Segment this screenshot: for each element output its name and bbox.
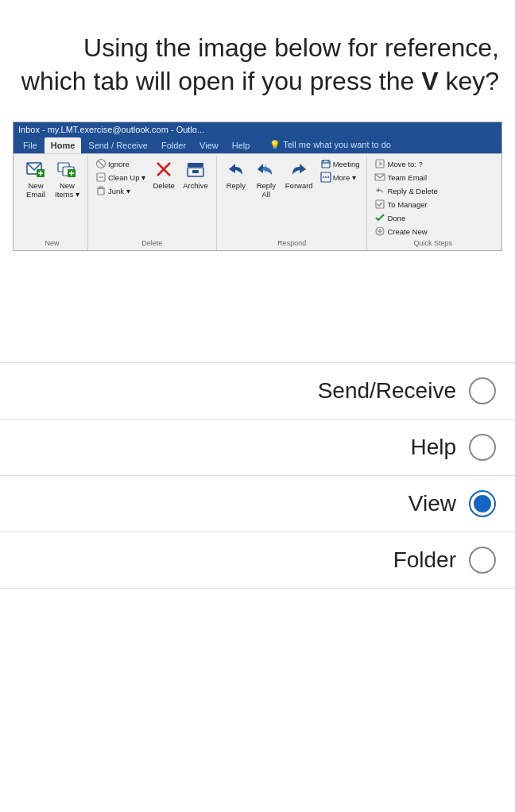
spacer (0, 267, 515, 362)
radio-view[interactable] (469, 490, 496, 517)
svg-rect-13 (98, 188, 104, 195)
quick-steps-left: Move to: ? Team Email Reply & Delete (372, 157, 439, 197)
forward-icon (288, 159, 309, 180)
new-email-label: NewEmail (26, 181, 45, 199)
meeting-button[interactable]: Meeting (318, 157, 362, 170)
quick-steps-buttons-row: Move to: ? Team Email Reply & Delete To … (372, 157, 494, 238)
delete-button[interactable]: Delete (149, 157, 178, 191)
junk-label: Junk ▾ (108, 187, 130, 195)
option-row-help[interactable]: Help (0, 420, 515, 475)
reply-all-button[interactable]: ReplyAll (252, 157, 281, 200)
tab-folder: Folder (155, 137, 192, 153)
to-manager-label: To Manager (387, 200, 427, 209)
ignore-label: Ignore (108, 160, 130, 168)
archive-button[interactable]: Archive (180, 157, 211, 191)
delete-label: Delete (153, 181, 174, 190)
svg-point-29 (325, 176, 327, 178)
delete-group-label: Delete (141, 238, 162, 249)
quick-steps-group-label: Quick Steps (413, 238, 452, 249)
new-buttons-row: NewEmail NewItems ▾ (21, 157, 83, 238)
tell-me: 💡 Tell me what you want to do (263, 137, 397, 153)
tab-view: View (193, 137, 225, 153)
question-area: Using the image below for reference, whi… (0, 0, 515, 114)
to-manager-button[interactable]: To Manager (372, 198, 429, 211)
move-to-label: Move to: ? (387, 160, 422, 168)
meeting-label: Meeting (333, 160, 360, 168)
ribbon-group-quick-steps: Move to: ? Team Email Reply & Delete To … (367, 156, 498, 250)
tab-home: Home (45, 137, 82, 153)
radio-folder[interactable] (469, 547, 496, 574)
ribbon-screenshot: Inbox - my.LMT.exercise@outlook.com - Ou… (13, 122, 502, 251)
ribbon-group-new: NewEmail NewItems ▾ New (17, 156, 88, 250)
delete-icon (153, 159, 174, 180)
option-row-folder[interactable]: Folder (0, 532, 515, 588)
svg-rect-31 (376, 160, 384, 168)
ribbon-group-respond: Reply ReplyAll (217, 156, 368, 250)
radio-help[interactable] (469, 434, 496, 461)
new-email-icon (25, 159, 46, 180)
delete-buttons-row: Ignore Clean Up ▾ Junk ▾ (93, 157, 211, 238)
svg-line-10 (98, 160, 104, 167)
new-items-button[interactable]: NewItems ▾ (52, 157, 83, 200)
divider-bottom (0, 588, 515, 589)
svg-rect-20 (188, 163, 203, 167)
svg-rect-22 (192, 170, 199, 173)
clean-up-label: Clean Up ▾ (108, 173, 145, 182)
ribbon-group-delete: Ignore Clean Up ▾ Junk ▾ (88, 156, 217, 250)
archive-label: Archive (183, 181, 208, 190)
title-bar: Inbox - my.LMT.exercise@outlook.com - Ou… (14, 122, 501, 137)
reply-all-icon (256, 159, 277, 180)
tab-help: Help (226, 137, 257, 153)
junk-button[interactable]: Junk ▾ (93, 184, 148, 197)
new-items-icon (56, 159, 77, 180)
question-text: Using the image below for reference, whi… (21, 33, 499, 95)
quick-steps-right: To Manager Done Create New (372, 198, 429, 238)
ignore-button[interactable]: Ignore (93, 157, 148, 170)
new-items-label: NewItems ▾ (55, 181, 79, 199)
reply-all-label: ReplyAll (257, 181, 276, 199)
delete-small-buttons: Ignore Clean Up ▾ Junk ▾ (93, 157, 148, 197)
respond-buttons-row: Reply ReplyAll (222, 157, 362, 238)
tab-send-receive: Send / Receive (82, 137, 154, 153)
reply-icon (226, 159, 246, 180)
option-row-view[interactable]: View (0, 476, 515, 532)
forward-label: Forward (285, 181, 313, 190)
reply-delete-label: Reply & Delete (387, 187, 437, 195)
more-label: More ▾ (333, 173, 356, 182)
new-group-label: New (45, 238, 59, 249)
option-label-help: Help (410, 435, 456, 460)
svg-point-30 (327, 176, 329, 178)
done-label: Done (387, 214, 405, 222)
respond-small-buttons: Meeting More ▾ (318, 157, 362, 184)
create-new-button[interactable]: Create New (372, 225, 429, 238)
key-highlight: V (421, 67, 438, 95)
team-email-label: Team Email (387, 173, 427, 182)
tab-bar: File Home Send / Receive Folder View Hel… (14, 137, 501, 153)
radio-send-receive[interactable] (469, 377, 496, 404)
reply-delete-button[interactable]: Reply & Delete (372, 184, 439, 197)
reply-button[interactable]: Reply (222, 157, 250, 191)
respond-group-label: Respond (277, 238, 306, 249)
move-to-button[interactable]: Move to: ? (372, 157, 439, 170)
option-label-view: View (409, 491, 456, 516)
title-bar-text: Inbox - my.LMT.exercise@outlook.com - Ou… (18, 125, 204, 134)
option-label-send-receive: Send/Receive (318, 378, 456, 404)
create-new-label: Create New (387, 227, 427, 236)
option-row-send-receive[interactable]: Send/Receive (0, 363, 515, 419)
ribbon-body: NewEmail NewItems ▾ New (14, 153, 501, 250)
forward-button[interactable]: Forward (282, 157, 316, 191)
clean-up-button[interactable]: Clean Up ▾ (93, 171, 148, 184)
svg-point-28 (323, 176, 324, 178)
archive-icon (185, 159, 206, 180)
reply-label: Reply (227, 181, 246, 190)
new-email-button[interactable]: NewEmail (21, 157, 50, 200)
team-email-button[interactable]: Team Email (372, 171, 439, 184)
option-label-folder: Folder (393, 547, 456, 573)
tab-file: File (17, 137, 44, 153)
more-button[interactable]: More ▾ (318, 171, 362, 184)
done-button[interactable]: Done (372, 211, 429, 224)
